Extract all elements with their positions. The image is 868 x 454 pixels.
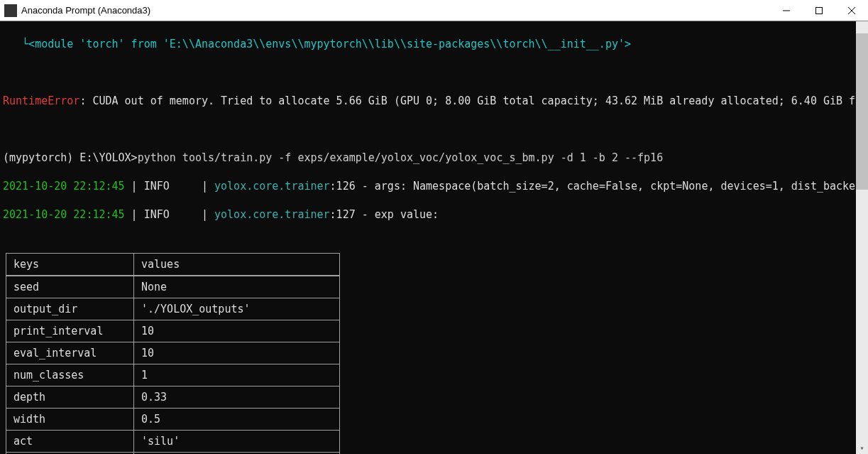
cell-value: 'silu' — [134, 431, 340, 453]
prompt-line: (mypytorch) E:\YOLOX>python tools/train.… — [3, 151, 868, 165]
table-row: width0.5 — [6, 409, 340, 431]
cell-key: depth — [6, 387, 134, 409]
log-line-1: 2021-10-20 22:12:45 | INFO | yolox.core.… — [3, 179, 868, 193]
table-row: num_classes1 — [6, 364, 340, 387]
cell-value: 1 — [134, 364, 340, 387]
window-title: Anaconda Prompt (Anaconda3) — [21, 5, 770, 16]
scroll-thumb[interactable] — [856, 33, 868, 190]
shell-command: python tools/train.py -f exps/example/yo… — [138, 151, 664, 164]
app-icon — [4, 4, 17, 17]
error-label: RuntimeError — [3, 94, 79, 107]
table-row: output_dir'./YOLOX_outputs' — [6, 298, 340, 320]
cell-key: output_dir — [6, 298, 134, 320]
cell-value: None — [134, 276, 340, 298]
table-header-row: keys values — [6, 254, 340, 276]
cell-key: seed — [6, 276, 134, 298]
svg-rect-1 — [816, 7, 823, 13]
table-row: depth0.33 — [6, 387, 340, 409]
log-level: INFO — [144, 180, 170, 193]
cell-value: './YOLOX_outputs' — [134, 298, 340, 320]
table-row: seedNone — [6, 276, 340, 298]
table-row: act'silu' — [6, 431, 340, 453]
blank-line — [3, 122, 868, 136]
log-message: - args: Namespace(batch_size=2, cache=Fa… — [356, 180, 868, 193]
log-message: - exp value: — [356, 208, 445, 221]
blank-line — [3, 65, 868, 80]
log-source: yolox.core.trainer — [214, 208, 330, 221]
cell-key: num_classes — [6, 364, 134, 387]
traceback-line: └<module 'torch' from 'E:\\Anaconda3\\en… — [3, 37, 868, 51]
log-source: yolox.core.trainer — [214, 180, 330, 193]
header-values: values — [134, 254, 340, 276]
cell-key: act — [6, 431, 134, 453]
log-level: INFO — [144, 208, 170, 221]
close-button[interactable] — [835, 0, 868, 21]
header-keys: keys — [6, 254, 134, 276]
terminal-area[interactable]: └<module 'torch' from 'E:\\Anaconda3\\en… — [0, 21, 868, 454]
exp-values-table: keys values seedNoneoutput_dir'./YOLOX_o… — [6, 253, 340, 454]
maximize-button[interactable] — [803, 0, 835, 21]
cell-value: 10 — [134, 320, 340, 342]
log-line-2: 2021-10-20 22:12:45 | INFO | yolox.core.… — [3, 207, 868, 222]
error-message: : CUDA out of memory. Tried to allocate … — [79, 94, 868, 107]
log-timestamp: 2021-10-20 22:12:45 — [3, 180, 125, 193]
cell-value: 10 — [134, 342, 340, 364]
cell-key: width — [6, 409, 134, 431]
cell-key: eval_interval — [6, 342, 134, 364]
table-row: print_interval10 — [6, 320, 340, 342]
table-row: eval_interval10 — [6, 342, 340, 364]
scroll-down-button[interactable]: ▾ — [856, 442, 868, 454]
cell-key: print_interval — [6, 320, 134, 342]
window-titlebar: Anaconda Prompt (Anaconda3) — [0, 0, 868, 21]
cell-value: 0.5 — [134, 409, 340, 431]
log-timestamp: 2021-10-20 22:12:45 — [3, 208, 125, 221]
minimize-button[interactable] — [770, 0, 803, 21]
shell-prompt: (mypytorch) E:\YOLOX> — [3, 151, 138, 164]
cell-value: 0.33 — [134, 387, 340, 409]
scrollbar[interactable]: ▴ ▾ — [856, 21, 868, 454]
error-line: RuntimeError: CUDA out of memory. Tried … — [3, 94, 868, 108]
